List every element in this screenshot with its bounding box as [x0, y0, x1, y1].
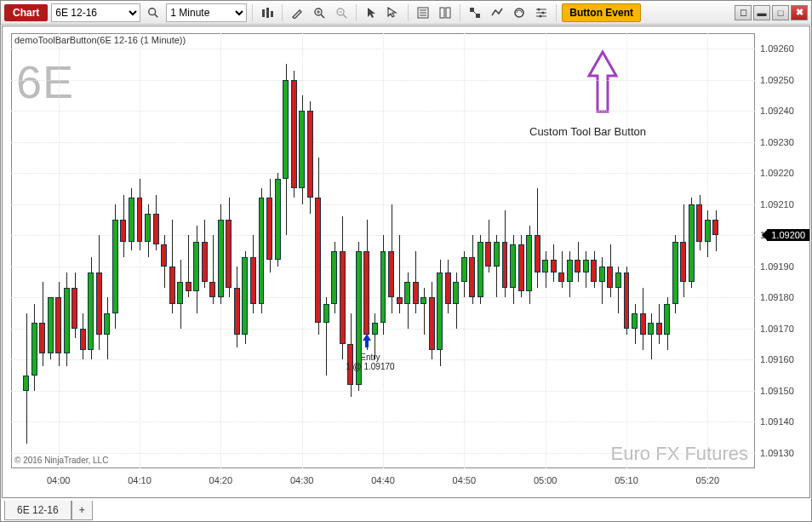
zoom-out-icon[interactable] [332, 3, 351, 22]
candle [226, 220, 232, 288]
search-icon[interactable] [144, 3, 163, 22]
svg-point-26 [542, 11, 545, 14]
copyright-text: © 2016 NinjaTrader, LLC [14, 456, 108, 465]
svg-rect-18 [470, 8, 474, 12]
dataseries-icon[interactable] [258, 3, 277, 22]
svg-line-20 [474, 12, 476, 14]
candle [494, 242, 500, 267]
separator [556, 4, 557, 21]
properties-icon[interactable] [532, 3, 551, 22]
candle [218, 220, 224, 297]
candle [186, 282, 192, 291]
candle [331, 251, 337, 304]
candle [664, 304, 670, 336]
candle [477, 242, 483, 298]
minimize-button[interactable]: ▬ [753, 5, 770, 20]
chart-plot-area[interactable]: demoToolBarButton(6E 12-16 (1 Minute)) 6… [11, 33, 755, 468]
candle [55, 297, 61, 353]
maximize-button[interactable]: □ [772, 5, 789, 20]
entry-marker-icon [362, 334, 372, 352]
candle [648, 323, 654, 336]
svg-rect-16 [440, 8, 444, 18]
candle [453, 282, 459, 304]
y-axis[interactable]: 1.091301.091401.091501.091601.091701.091… [755, 33, 809, 468]
callout-arrow-icon [586, 49, 620, 119]
candle [64, 288, 70, 353]
candle [112, 220, 118, 313]
chart-trader-icon[interactable] [436, 3, 455, 22]
candle [397, 297, 403, 303]
zoom-in-icon[interactable] [310, 3, 329, 22]
link-button[interactable]: ◻ [735, 5, 752, 20]
candle [129, 198, 134, 241]
candle [542, 260, 548, 272]
svg-rect-17 [446, 8, 450, 18]
crosshair-icon[interactable] [384, 3, 403, 22]
candle [283, 80, 289, 180]
candle [80, 329, 86, 351]
candle [420, 297, 426, 303]
candle [363, 251, 369, 336]
separator [356, 4, 357, 21]
draw-icon[interactable] [288, 3, 306, 22]
candle [624, 272, 630, 329]
candle [88, 272, 94, 350]
indicator2-icon[interactable] [488, 3, 506, 22]
indicator1-icon[interactable] [466, 3, 484, 22]
candle [209, 282, 215, 297]
interval-select[interactable]: 1 Minute [166, 3, 247, 22]
candle [672, 242, 678, 304]
candle [234, 288, 240, 335]
candle [275, 179, 281, 260]
strategy-icon[interactable] [510, 3, 529, 22]
document-tab[interactable]: 6E 12-16 [4, 501, 71, 520]
candle [39, 323, 45, 354]
svg-point-27 [540, 14, 542, 17]
data-box-icon[interactable] [414, 3, 432, 22]
candle [31, 323, 37, 376]
svg-point-25 [538, 8, 540, 10]
candle [71, 288, 77, 329]
candle [656, 323, 662, 336]
candle [567, 260, 573, 282]
candle [575, 260, 580, 272]
candle [104, 313, 110, 336]
candle [689, 204, 695, 282]
candle [259, 198, 265, 303]
svg-line-10 [343, 14, 346, 18]
candle [323, 304, 329, 323]
candle [96, 272, 102, 335]
cursor-icon[interactable] [362, 3, 380, 22]
candle [315, 198, 321, 322]
candle [388, 251, 394, 298]
add-tab-button[interactable]: + [71, 501, 93, 520]
candle [583, 260, 589, 272]
chart-container: demoToolBarButton(6E 12-16 (1 Minute)) 6… [2, 26, 810, 498]
candle [445, 272, 451, 304]
candle [485, 242, 491, 267]
candle [372, 323, 378, 336]
separator [252, 4, 253, 21]
candle [23, 376, 29, 391]
candle [137, 198, 143, 241]
candle [696, 204, 702, 242]
close-button[interactable]: ✖ [791, 5, 808, 20]
candle [404, 282, 410, 304]
instrument-select[interactable]: 6E 12-16 [51, 3, 140, 22]
candle [615, 272, 621, 288]
custom-toolbar-button[interactable]: Button Event [562, 3, 641, 22]
candle [461, 257, 467, 282]
separator [408, 4, 409, 21]
candle [145, 214, 151, 242]
candle [177, 282, 183, 304]
entry-annotation-label: Entry1 @ 1.09170 [345, 353, 396, 371]
svg-rect-4 [271, 11, 273, 17]
candle [510, 244, 516, 288]
candle [266, 198, 272, 260]
candle [502, 242, 508, 289]
svg-rect-2 [262, 9, 265, 17]
candle [307, 111, 313, 198]
candle [413, 282, 419, 304]
candle [250, 257, 256, 304]
x-axis[interactable]: 04:0004:1004:2004:3004:4004:5005:0005:10… [11, 468, 755, 497]
